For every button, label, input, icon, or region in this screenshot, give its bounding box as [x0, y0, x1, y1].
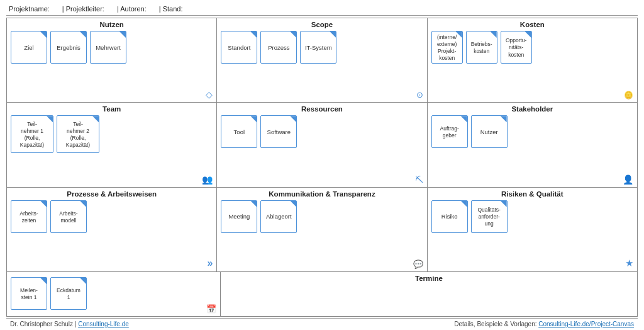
card-risiko: Risiko	[431, 200, 468, 233]
card-eckdatum: Eckdatum1	[50, 277, 87, 310]
team-icon: 👥	[202, 174, 213, 185]
kommunikation-cards: Meeting Ablageort	[221, 200, 423, 269]
cell-ressourcen: Ressourcen Tool Software ⛏	[217, 103, 427, 186]
card-mehrwert: Mehrwert	[90, 31, 126, 64]
card-standort: Standort	[221, 31, 257, 64]
nutzen-title: Nutzen	[11, 21, 213, 28]
footer-left-text: Dr. Christopher Schulz |	[10, 321, 78, 327]
header-bar: Projektname: | Projektleiter: | Autoren:…	[6, 4, 638, 16]
card-it-system: IT-System	[300, 31, 336, 64]
footer-left: Dr. Christopher Schulz | Consulting-Life…	[10, 321, 129, 327]
card-ergebnis: Ergebnis	[50, 31, 87, 64]
card-arbeitsmodell: Arbeits-modell	[50, 200, 87, 233]
ressourcen-icon: ⛏	[415, 175, 423, 185]
nutzen-icon: ◇	[206, 89, 213, 100]
cell-team: Team Teil-nehmer 1(Rolle,Kapazität) Teil…	[7, 103, 217, 186]
footer-right: Details, Beispiele & Vorlagen: Consultin…	[454, 321, 634, 327]
card-prozess: Prozess	[260, 31, 297, 64]
prozesse-title: Prozesse & Arbeitsweisen	[11, 190, 213, 198]
card-auftraggeber: Auftrag-geber	[431, 115, 468, 148]
termine-title: Termine	[415, 275, 443, 282]
main-grid: Nutzen Ziel Ergebnis Mehrwert ◇ Scope St…	[6, 18, 638, 317]
grid-row-1: Nutzen Ziel Ergebnis Mehrwert ◇ Scope St…	[7, 18, 637, 103]
cell-prozesse: Prozesse & Arbeitsweisen Arbeits-zeiten …	[7, 188, 217, 271]
autoren-label: | Autoren:	[117, 5, 147, 13]
footer-left-link[interactable]: Consulting-Life.de	[78, 321, 129, 327]
card-meeting: Meeting	[221, 200, 257, 233]
card-nutzer: Nutzer	[471, 115, 508, 148]
card-teilnehmer2: Teil-nehmer 2(Rolle,Kapazität)	[57, 115, 99, 153]
card-meilenstein: Meilen-stein 1	[11, 277, 47, 310]
card-tool: Tool	[221, 115, 257, 148]
stakeholder-icon: 👤	[623, 174, 633, 185]
cell-nutzen: Nutzen Ziel Ergebnis Mehrwert ◇	[7, 18, 217, 102]
card-opportunitaetskosten: Opportu-nitäts-kosten	[501, 31, 532, 64]
page: Projektname: | Projektleiter: | Autoren:…	[0, 0, 644, 330]
kommunikation-icon: 💬	[413, 259, 423, 269]
grid-row-2: Team Teil-nehmer 1(Rolle,Kapazität) Teil…	[7, 103, 637, 187]
prozesse-icon: »	[207, 258, 213, 269]
kosten-icon: 🪙	[624, 91, 633, 100]
stakeholder-title: Stakeholder	[431, 105, 633, 113]
scope-cards: Standort Prozess IT-System	[221, 31, 423, 100]
cell-kommunikation: Kommunikation & Transparenz Meeting Abla…	[217, 188, 427, 271]
card-projektkosten: (interne/externe)Projekt-kosten	[431, 31, 463, 64]
projektname-label: Projektname:	[9, 5, 50, 13]
cell-stakeholder: Stakeholder Auftrag-geber Nutzer 👤	[428, 103, 637, 186]
kosten-title: Kosten	[431, 21, 633, 28]
stand-label: | Stand:	[159, 5, 183, 13]
nutzen-cards: Ziel Ergebnis Mehrwert	[11, 31, 213, 100]
team-cards: Teil-nehmer 1(Rolle,Kapazität) Teil-nehm…	[11, 115, 213, 184]
scope-icon: ⊙	[416, 90, 423, 100]
ressourcen-cards: Tool Software	[221, 115, 423, 184]
card-betriebskosten: Betriebs-kosten	[466, 31, 497, 64]
risiken-icon: ★	[625, 258, 633, 269]
cell-termine-left: Meilen-stein 1 Eckdatum1 📅	[7, 272, 221, 316]
grid-row-4: Meilen-stein 1 Eckdatum1 📅 Termine	[7, 272, 637, 316]
team-title: Team	[11, 105, 213, 113]
footer-right-text: Details, Beispiele & Vorlagen:	[454, 321, 538, 327]
cell-scope: Scope Standort Prozess IT-System ⊙	[217, 18, 427, 102]
risiken-cards: Risiko Qualitäts-anforder-ung	[431, 200, 633, 269]
footer-bar: Dr. Christopher Schulz | Consulting-Life…	[6, 318, 638, 327]
footer-right-link[interactable]: Consulting-Life.de/Project-Canvas	[538, 321, 634, 327]
prozesse-cards: Arbeits-zeiten Arbeits-modell	[11, 200, 213, 269]
scope-title: Scope	[221, 21, 423, 28]
card-ablageort: Ablageort	[260, 200, 297, 233]
termine-left-cards: Meilen-stein 1 Eckdatum1	[11, 277, 216, 310]
kosten-cards: (interne/externe)Projekt-kosten Betriebs…	[431, 31, 633, 100]
cell-termine-right: Termine	[221, 272, 637, 316]
termine-left-icon: 📅	[206, 304, 216, 314]
card-ziel: Ziel	[11, 31, 47, 64]
projektleiter-label: | Projektleiter:	[62, 5, 104, 13]
card-teilnehmer1: Teil-nehmer 1(Rolle,Kapazität)	[11, 115, 53, 153]
card-arbeitszeiten: Arbeits-zeiten	[11, 200, 47, 233]
ressourcen-title: Ressourcen	[221, 105, 423, 113]
risiken-title: Risiken & Qualität	[431, 190, 633, 198]
card-qualitaet: Qualitäts-anforder-ung	[471, 200, 508, 233]
grid-row-3: Prozesse & Arbeitsweisen Arbeits-zeiten …	[7, 188, 637, 272]
cell-kosten: Kosten (interne/externe)Projekt-kosten B…	[428, 18, 637, 102]
card-software: Software	[260, 115, 297, 148]
kommunikation-title: Kommunikation & Transparenz	[221, 190, 423, 198]
stakeholder-cards: Auftrag-geber Nutzer	[431, 115, 633, 184]
cell-risiken: Risiken & Qualität Risiko Qualitäts-anfo…	[428, 188, 637, 271]
